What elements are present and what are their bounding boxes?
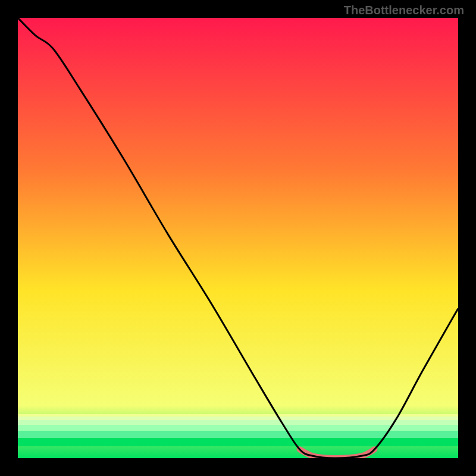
bottom-stripe-bands — [18, 414, 458, 446]
chart-container: TheBottlenecker.com — [0, 0, 476, 476]
svg-rect-5 — [18, 438, 458, 446]
svg-rect-0 — [18, 414, 458, 416]
svg-rect-4 — [18, 431, 458, 438]
svg-rect-1 — [18, 416, 458, 420]
chart-svg — [18, 18, 458, 458]
gradient-bg — [18, 18, 458, 458]
watermark-text: TheBottlenecker.com — [344, 4, 464, 17]
plot-area — [18, 18, 458, 458]
